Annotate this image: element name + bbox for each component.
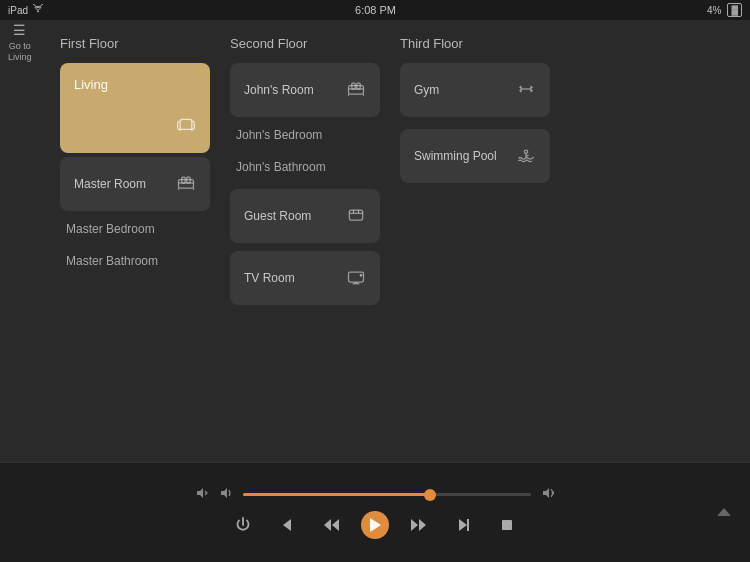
floor-column-third: Third Floor Gym Swimming Pool	[400, 36, 550, 446]
first-floor-rooms: Living Master Room	[60, 63, 210, 275]
second-floor-title: Second Floor	[230, 36, 380, 51]
svg-rect-3	[349, 85, 364, 93]
wifi-icon	[32, 4, 44, 16]
svg-marker-16	[370, 518, 381, 532]
svg-rect-20	[467, 519, 469, 531]
third-floor-title: Third Floor	[400, 36, 550, 51]
svg-marker-14	[324, 519, 331, 531]
johns-room-icon	[346, 79, 366, 102]
floor-column-first: First Floor Living Master Room	[60, 36, 210, 446]
master-room-icon	[176, 173, 196, 196]
tv-room-icon	[346, 267, 366, 290]
svg-marker-17	[411, 519, 418, 531]
room-card-swimming-pool[interactable]: Swimming Pool	[400, 129, 550, 183]
previous-button[interactable]	[273, 511, 301, 539]
room-item-johns-bedroom[interactable]: John's Bedroom	[230, 121, 380, 149]
room-name-master-bathroom: Master Bathroom	[66, 254, 158, 268]
volume-mute-icon[interactable]	[195, 486, 209, 503]
stop-button[interactable]	[493, 511, 521, 539]
player-bar	[0, 462, 750, 562]
svg-point-9	[524, 150, 527, 153]
volume-progress-fill	[243, 493, 430, 496]
svg-rect-21	[502, 520, 512, 530]
svg-marker-22	[717, 508, 731, 516]
main-content: First Floor Living Master Room	[0, 20, 750, 462]
room-name-master-bedroom: Master Bedroom	[66, 222, 155, 236]
room-item-master-bedroom[interactable]: Master Bedroom	[60, 215, 210, 243]
player-controls	[229, 511, 521, 539]
volume-progress-bar[interactable]	[243, 493, 531, 496]
room-card-gym[interactable]: Gym	[400, 63, 550, 117]
svg-rect-7	[349, 272, 364, 282]
room-item-johns-bathroom[interactable]: John's Bathroom	[230, 153, 380, 181]
first-floor-title: First Floor	[60, 36, 210, 51]
room-card-johns-room[interactable]: John's Room	[230, 63, 380, 117]
second-floor-rooms: John's Room John's Bedroom John's B	[230, 63, 380, 305]
status-left: iPad	[8, 4, 44, 16]
battery-label: 4%	[707, 5, 721, 16]
svg-marker-19	[459, 519, 467, 531]
scroll-up-button[interactable]	[714, 502, 734, 526]
room-card-living[interactable]: Living	[60, 63, 210, 153]
status-bar: iPad 6:08 PM 4% ▓	[0, 0, 750, 20]
room-name-master-room: Master Room	[74, 177, 146, 191]
room-name-johns-bedroom: John's Bedroom	[236, 128, 322, 142]
room-name-guest-room: Guest Room	[244, 209, 311, 223]
room-name-johns-bathroom: John's Bathroom	[236, 160, 326, 174]
room-card-master-room[interactable]: Master Room	[60, 157, 210, 211]
room-name-gym: Gym	[414, 83, 439, 97]
volume-row	[195, 486, 555, 503]
power-button[interactable]	[229, 511, 257, 539]
svg-rect-6	[349, 210, 362, 220]
status-time: 6:08 PM	[355, 4, 396, 16]
room-name-swimming-pool: Swimming Pool	[414, 149, 497, 163]
room-name-johns-room: John's Room	[244, 83, 314, 97]
device-label: iPad	[8, 5, 28, 16]
fast-forward-button[interactable]	[405, 511, 433, 539]
rewind-button[interactable]	[317, 511, 345, 539]
volume-progress-knob[interactable]	[424, 489, 436, 501]
gym-icon	[516, 79, 536, 102]
third-floor-rooms: Gym Swimming Pool	[400, 63, 550, 183]
volume-high-icon[interactable]	[541, 486, 555, 503]
room-card-tv-room[interactable]: TV Room	[230, 251, 380, 305]
guest-room-icon	[346, 205, 366, 228]
living-icon	[176, 116, 196, 139]
svg-marker-15	[332, 519, 339, 531]
svg-point-8	[360, 274, 362, 276]
room-card-guest-room[interactable]: Guest Room	[230, 189, 380, 243]
room-item-master-bathroom[interactable]: Master Bathroom	[60, 247, 210, 275]
floor-column-second: Second Floor John's Room John's Bedro	[230, 36, 380, 446]
next-button[interactable]	[449, 511, 477, 539]
status-right: 4% ▓	[707, 3, 742, 17]
play-button[interactable]	[361, 511, 389, 539]
swimming-pool-icon	[516, 145, 536, 168]
svg-marker-18	[419, 519, 426, 531]
volume-low-icon[interactable]	[219, 486, 233, 503]
room-name-tv-room: TV Room	[244, 271, 295, 285]
battery-icon: ▓	[727, 3, 742, 17]
svg-marker-13	[283, 519, 291, 531]
room-name-living: Living	[74, 77, 108, 92]
svg-rect-0	[179, 179, 194, 187]
